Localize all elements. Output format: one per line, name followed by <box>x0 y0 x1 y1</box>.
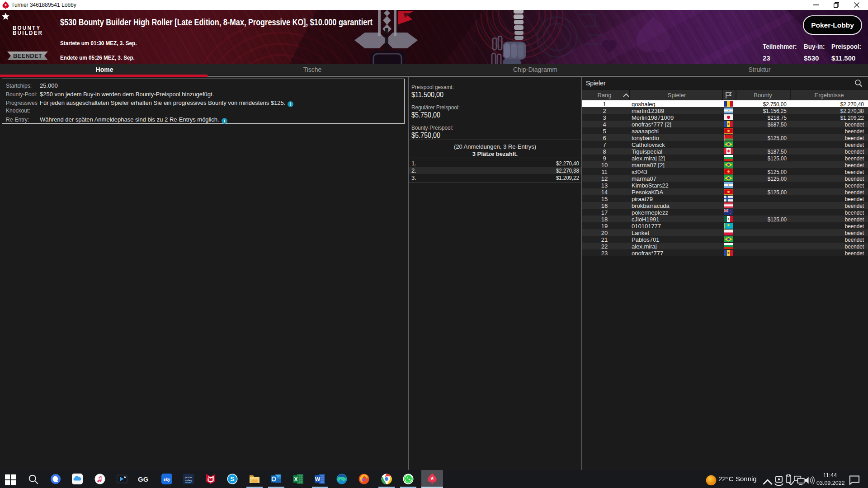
svg-text:X: X <box>294 476 297 483</box>
svg-text:S: S <box>230 475 234 483</box>
svg-text:sky: sky <box>163 477 170 482</box>
svg-text:video: video <box>185 479 192 482</box>
svg-text:W: W <box>315 476 321 483</box>
